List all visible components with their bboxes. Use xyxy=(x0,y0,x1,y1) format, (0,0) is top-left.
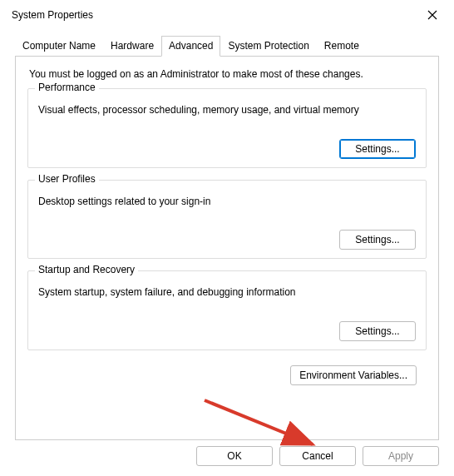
env-row: Environment Variables... xyxy=(27,365,427,385)
cancel-button[interactable]: Cancel xyxy=(279,446,356,466)
tab-remote[interactable]: Remote xyxy=(317,36,367,57)
group-user-profiles-desc: Desktop settings related to your sign-in xyxy=(38,196,416,209)
window-title: System Properties xyxy=(12,9,93,21)
svg-line-1 xyxy=(205,400,313,444)
group-user-profiles: User Profiles Desktop settings related t… xyxy=(27,180,427,260)
group-performance-btnrow: Settings... xyxy=(38,139,416,159)
admin-note: You must be logged on as an Administrato… xyxy=(29,68,427,80)
tab-advanced[interactable]: Advanced xyxy=(161,36,220,57)
apply-button[interactable]: Apply xyxy=(363,446,439,466)
tab-system-protection[interactable]: System Protection xyxy=(220,36,316,57)
tab-panel-advanced: You must be logged on as an Administrato… xyxy=(15,56,439,440)
dialog-buttons: OK Cancel Apply xyxy=(196,446,439,466)
environment-variables-button[interactable]: Environment Variables... xyxy=(290,365,417,385)
group-user-profiles-legend: User Profiles xyxy=(35,173,99,185)
group-startup-btnrow: Settings... xyxy=(38,321,416,341)
group-startup-recovery: Startup and Recovery System startup, sys… xyxy=(27,270,427,350)
group-performance-legend: Performance xyxy=(35,82,99,93)
group-startup-legend: Startup and Recovery xyxy=(35,264,138,275)
group-startup-desc: System startup, system failure, and debu… xyxy=(38,286,416,300)
close-button[interactable] xyxy=(421,3,444,27)
tabs-row: Computer Name Hardware Advanced System P… xyxy=(0,30,454,56)
ok-button[interactable]: OK xyxy=(196,446,273,466)
group-user-profiles-btnrow: Settings... xyxy=(38,230,416,250)
close-icon xyxy=(427,10,437,20)
tab-hardware[interactable]: Hardware xyxy=(103,36,161,57)
startup-settings-button[interactable]: Settings... xyxy=(339,321,416,341)
group-performance: Performance Visual effects, processor sc… xyxy=(27,88,427,168)
tab-computer-name[interactable]: Computer Name xyxy=(15,36,103,57)
performance-settings-button[interactable]: Settings... xyxy=(339,139,416,159)
user-profiles-settings-button[interactable]: Settings... xyxy=(339,230,416,250)
titlebar: System Properties xyxy=(0,0,454,30)
group-performance-desc: Visual effects, processor scheduling, me… xyxy=(38,104,416,117)
